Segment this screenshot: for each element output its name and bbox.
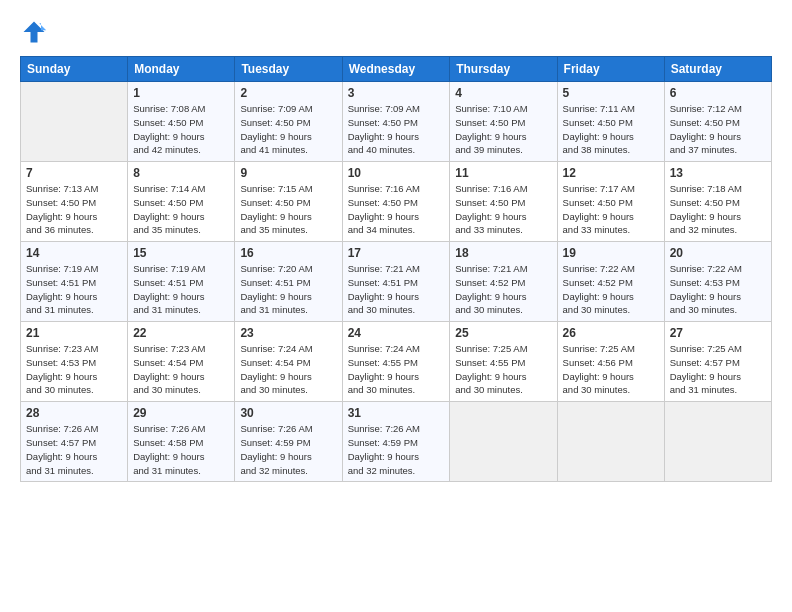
day-number: 1 xyxy=(133,86,229,100)
day-info: Sunrise: 7:26 AM Sunset: 4:57 PM Dayligh… xyxy=(26,422,122,477)
day-info: Sunrise: 7:11 AM Sunset: 4:50 PM Dayligh… xyxy=(563,102,659,157)
day-info: Sunrise: 7:22 AM Sunset: 4:53 PM Dayligh… xyxy=(670,262,766,317)
day-number: 4 xyxy=(455,86,551,100)
calendar-cell: 19Sunrise: 7:22 AM Sunset: 4:52 PM Dayli… xyxy=(557,242,664,322)
calendar-header-row: SundayMondayTuesdayWednesdayThursdayFrid… xyxy=(21,57,772,82)
day-info: Sunrise: 7:24 AM Sunset: 4:55 PM Dayligh… xyxy=(348,342,445,397)
page: SundayMondayTuesdayWednesdayThursdayFrid… xyxy=(0,0,792,612)
calendar-cell: 7Sunrise: 7:13 AM Sunset: 4:50 PM Daylig… xyxy=(21,162,128,242)
day-info: Sunrise: 7:24 AM Sunset: 4:54 PM Dayligh… xyxy=(240,342,336,397)
day-number: 2 xyxy=(240,86,336,100)
calendar-cell: 27Sunrise: 7:25 AM Sunset: 4:57 PM Dayli… xyxy=(664,322,771,402)
day-number: 26 xyxy=(563,326,659,340)
calendar-week-row: 28Sunrise: 7:26 AM Sunset: 4:57 PM Dayli… xyxy=(21,402,772,482)
day-number: 14 xyxy=(26,246,122,260)
svg-marker-0 xyxy=(24,22,45,43)
calendar-cell: 29Sunrise: 7:26 AM Sunset: 4:58 PM Dayli… xyxy=(128,402,235,482)
calendar-cell: 2Sunrise: 7:09 AM Sunset: 4:50 PM Daylig… xyxy=(235,82,342,162)
calendar-cell: 15Sunrise: 7:19 AM Sunset: 4:51 PM Dayli… xyxy=(128,242,235,322)
day-info: Sunrise: 7:21 AM Sunset: 4:52 PM Dayligh… xyxy=(455,262,551,317)
day-number: 12 xyxy=(563,166,659,180)
calendar-cell: 30Sunrise: 7:26 AM Sunset: 4:59 PM Dayli… xyxy=(235,402,342,482)
day-info: Sunrise: 7:10 AM Sunset: 4:50 PM Dayligh… xyxy=(455,102,551,157)
calendar-cell: 4Sunrise: 7:10 AM Sunset: 4:50 PM Daylig… xyxy=(450,82,557,162)
calendar-header-friday: Friday xyxy=(557,57,664,82)
calendar-header-monday: Monday xyxy=(128,57,235,82)
calendar-cell: 31Sunrise: 7:26 AM Sunset: 4:59 PM Dayli… xyxy=(342,402,450,482)
calendar-cell: 11Sunrise: 7:16 AM Sunset: 4:50 PM Dayli… xyxy=(450,162,557,242)
day-info: Sunrise: 7:15 AM Sunset: 4:50 PM Dayligh… xyxy=(240,182,336,237)
day-info: Sunrise: 7:20 AM Sunset: 4:51 PM Dayligh… xyxy=(240,262,336,317)
day-info: Sunrise: 7:18 AM Sunset: 4:50 PM Dayligh… xyxy=(670,182,766,237)
day-number: 28 xyxy=(26,406,122,420)
calendar-header-sunday: Sunday xyxy=(21,57,128,82)
day-number: 19 xyxy=(563,246,659,260)
calendar-header-thursday: Thursday xyxy=(450,57,557,82)
day-info: Sunrise: 7:14 AM Sunset: 4:50 PM Dayligh… xyxy=(133,182,229,237)
calendar-cell: 6Sunrise: 7:12 AM Sunset: 4:50 PM Daylig… xyxy=(664,82,771,162)
day-info: Sunrise: 7:25 AM Sunset: 4:55 PM Dayligh… xyxy=(455,342,551,397)
day-info: Sunrise: 7:19 AM Sunset: 4:51 PM Dayligh… xyxy=(26,262,122,317)
day-number: 11 xyxy=(455,166,551,180)
calendar-cell: 12Sunrise: 7:17 AM Sunset: 4:50 PM Dayli… xyxy=(557,162,664,242)
day-info: Sunrise: 7:12 AM Sunset: 4:50 PM Dayligh… xyxy=(670,102,766,157)
day-info: Sunrise: 7:08 AM Sunset: 4:50 PM Dayligh… xyxy=(133,102,229,157)
calendar-cell: 22Sunrise: 7:23 AM Sunset: 4:54 PM Dayli… xyxy=(128,322,235,402)
day-info: Sunrise: 7:19 AM Sunset: 4:51 PM Dayligh… xyxy=(133,262,229,317)
calendar-cell: 25Sunrise: 7:25 AM Sunset: 4:55 PM Dayli… xyxy=(450,322,557,402)
calendar-header-saturday: Saturday xyxy=(664,57,771,82)
day-info: Sunrise: 7:23 AM Sunset: 4:53 PM Dayligh… xyxy=(26,342,122,397)
day-info: Sunrise: 7:25 AM Sunset: 4:56 PM Dayligh… xyxy=(563,342,659,397)
day-number: 25 xyxy=(455,326,551,340)
calendar-cell: 17Sunrise: 7:21 AM Sunset: 4:51 PM Dayli… xyxy=(342,242,450,322)
day-number: 8 xyxy=(133,166,229,180)
calendar-cell: 5Sunrise: 7:11 AM Sunset: 4:50 PM Daylig… xyxy=(557,82,664,162)
day-number: 9 xyxy=(240,166,336,180)
calendar-week-row: 21Sunrise: 7:23 AM Sunset: 4:53 PM Dayli… xyxy=(21,322,772,402)
calendar-cell: 8Sunrise: 7:14 AM Sunset: 4:50 PM Daylig… xyxy=(128,162,235,242)
day-number: 21 xyxy=(26,326,122,340)
calendar-cell: 23Sunrise: 7:24 AM Sunset: 4:54 PM Dayli… xyxy=(235,322,342,402)
day-number: 20 xyxy=(670,246,766,260)
day-number: 10 xyxy=(348,166,445,180)
day-info: Sunrise: 7:26 AM Sunset: 4:59 PM Dayligh… xyxy=(240,422,336,477)
header xyxy=(20,18,772,46)
calendar-cell: 13Sunrise: 7:18 AM Sunset: 4:50 PM Dayli… xyxy=(664,162,771,242)
day-info: Sunrise: 7:09 AM Sunset: 4:50 PM Dayligh… xyxy=(348,102,445,157)
calendar-cell xyxy=(664,402,771,482)
calendar-cell: 28Sunrise: 7:26 AM Sunset: 4:57 PM Dayli… xyxy=(21,402,128,482)
day-number: 31 xyxy=(348,406,445,420)
day-number: 24 xyxy=(348,326,445,340)
day-info: Sunrise: 7:26 AM Sunset: 4:59 PM Dayligh… xyxy=(348,422,445,477)
day-number: 23 xyxy=(240,326,336,340)
calendar-cell: 14Sunrise: 7:19 AM Sunset: 4:51 PM Dayli… xyxy=(21,242,128,322)
day-info: Sunrise: 7:13 AM Sunset: 4:50 PM Dayligh… xyxy=(26,182,122,237)
day-number: 16 xyxy=(240,246,336,260)
day-info: Sunrise: 7:22 AM Sunset: 4:52 PM Dayligh… xyxy=(563,262,659,317)
calendar-header-wednesday: Wednesday xyxy=(342,57,450,82)
calendar-cell: 18Sunrise: 7:21 AM Sunset: 4:52 PM Dayli… xyxy=(450,242,557,322)
day-number: 27 xyxy=(670,326,766,340)
day-number: 6 xyxy=(670,86,766,100)
day-info: Sunrise: 7:16 AM Sunset: 4:50 PM Dayligh… xyxy=(348,182,445,237)
calendar-cell: 20Sunrise: 7:22 AM Sunset: 4:53 PM Dayli… xyxy=(664,242,771,322)
day-info: Sunrise: 7:17 AM Sunset: 4:50 PM Dayligh… xyxy=(563,182,659,237)
day-number: 15 xyxy=(133,246,229,260)
calendar-cell: 26Sunrise: 7:25 AM Sunset: 4:56 PM Dayli… xyxy=(557,322,664,402)
day-info: Sunrise: 7:25 AM Sunset: 4:57 PM Dayligh… xyxy=(670,342,766,397)
calendar-cell: 21Sunrise: 7:23 AM Sunset: 4:53 PM Dayli… xyxy=(21,322,128,402)
calendar-cell xyxy=(450,402,557,482)
day-number: 18 xyxy=(455,246,551,260)
calendar-week-row: 7Sunrise: 7:13 AM Sunset: 4:50 PM Daylig… xyxy=(21,162,772,242)
calendar-cell: 16Sunrise: 7:20 AM Sunset: 4:51 PM Dayli… xyxy=(235,242,342,322)
day-number: 17 xyxy=(348,246,445,260)
calendar-cell: 10Sunrise: 7:16 AM Sunset: 4:50 PM Dayli… xyxy=(342,162,450,242)
day-number: 30 xyxy=(240,406,336,420)
day-info: Sunrise: 7:09 AM Sunset: 4:50 PM Dayligh… xyxy=(240,102,336,157)
day-number: 5 xyxy=(563,86,659,100)
day-number: 29 xyxy=(133,406,229,420)
day-number: 22 xyxy=(133,326,229,340)
day-number: 3 xyxy=(348,86,445,100)
day-info: Sunrise: 7:26 AM Sunset: 4:58 PM Dayligh… xyxy=(133,422,229,477)
calendar-cell xyxy=(21,82,128,162)
